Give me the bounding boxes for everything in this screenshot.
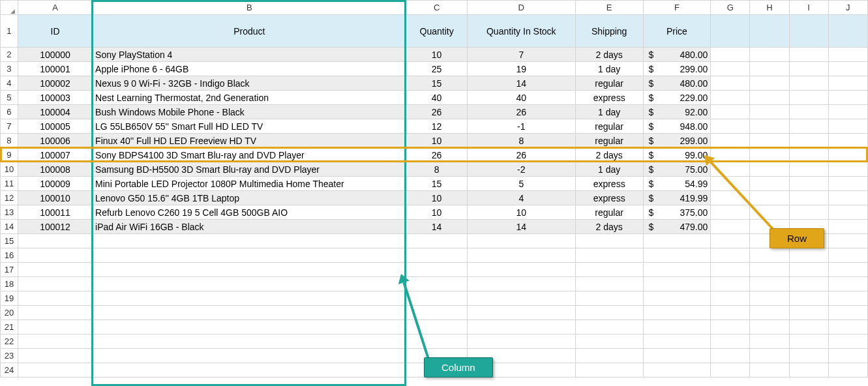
cell-B17[interactable] (93, 263, 406, 277)
cell-D4[interactable]: 14 (467, 76, 575, 91)
cell-F4[interactable]: $480.00 (643, 76, 711, 91)
row-header-22[interactable]: 22 (1, 334, 18, 349)
column-header-E[interactable]: E (575, 1, 643, 15)
cell-G10[interactable] (711, 162, 750, 177)
column-header-F[interactable]: F (643, 1, 711, 15)
cell-E13[interactable]: regular (575, 205, 643, 220)
cell-H21[interactable] (750, 320, 789, 334)
cell-B24[interactable] (93, 363, 406, 378)
cell-I2[interactable] (789, 48, 828, 62)
cell-C11[interactable]: 15 (406, 177, 467, 191)
column-header-G[interactable]: G (711, 1, 750, 15)
cell-E18[interactable] (575, 277, 643, 291)
cell-D13[interactable]: 10 (467, 205, 575, 220)
cell-D9[interactable]: 26 (467, 148, 575, 162)
cell-A18[interactable] (18, 277, 92, 291)
cell-A2[interactable]: 100000 (18, 48, 92, 62)
cell-B7[interactable]: LG 55LB650V 55'' Smart Full HD LED TV (93, 119, 406, 134)
cell-F1[interactable]: Price (643, 15, 711, 48)
cell-C8[interactable]: 10 (406, 134, 467, 148)
row-header-2[interactable]: 2 (1, 48, 18, 62)
cell-E1[interactable]: Shipping (575, 15, 643, 48)
cell-H6[interactable] (750, 105, 789, 119)
cell-H24[interactable] (750, 363, 789, 378)
cell-D5[interactable]: 40 (467, 91, 575, 105)
cell-B19[interactable] (93, 291, 406, 306)
cell-B9[interactable]: Sony BDPS4100 3D Smart Blu-ray and DVD P… (93, 148, 406, 162)
cell-I3[interactable] (789, 62, 828, 76)
cell-F7[interactable]: $948.00 (643, 119, 711, 134)
cell-J11[interactable] (828, 177, 867, 191)
cell-J7[interactable] (828, 119, 867, 134)
cell-C12[interactable]: 10 (406, 191, 467, 205)
cell-G2[interactable] (711, 48, 750, 62)
cell-C16[interactable] (406, 248, 467, 263)
cell-E22[interactable] (575, 334, 643, 349)
cell-B6[interactable]: Bush Windows Mobile Phone - Black (93, 105, 406, 119)
cell-E21[interactable] (575, 320, 643, 334)
cell-D18[interactable] (467, 277, 575, 291)
cell-A10[interactable]: 100008 (18, 162, 92, 177)
row-header-5[interactable]: 5 (1, 91, 18, 105)
cell-I6[interactable] (789, 105, 828, 119)
cell-C6[interactable]: 26 (406, 105, 467, 119)
cell-E6[interactable]: 1 day (575, 105, 643, 119)
cell-B2[interactable]: Sony PlayStation 4 (93, 48, 406, 62)
cell-F14[interactable]: $479.00 (643, 220, 711, 234)
cell-I22[interactable] (789, 334, 828, 349)
cell-D6[interactable]: 26 (467, 105, 575, 119)
cell-I12[interactable] (789, 191, 828, 205)
cell-B22[interactable] (93, 334, 406, 349)
column-header-C[interactable]: C (406, 1, 467, 15)
cell-H19[interactable] (750, 291, 789, 306)
cell-J13[interactable] (828, 205, 867, 220)
cell-F18[interactable] (643, 277, 711, 291)
cell-H13[interactable] (750, 205, 789, 220)
row-header-3[interactable]: 3 (1, 62, 18, 76)
cell-C20[interactable] (406, 306, 467, 320)
cell-G16[interactable] (711, 248, 750, 263)
cell-B10[interactable]: Samsung BD-H5500 3D Smart Blu-ray and DV… (93, 162, 406, 177)
cell-G22[interactable] (711, 334, 750, 349)
cell-G5[interactable] (711, 91, 750, 105)
cell-D22[interactable] (467, 334, 575, 349)
cell-F6[interactable]: $92.00 (643, 105, 711, 119)
cell-C4[interactable]: 15 (406, 76, 467, 91)
cell-G7[interactable] (711, 119, 750, 134)
cell-E5[interactable]: express (575, 91, 643, 105)
cell-I5[interactable] (789, 91, 828, 105)
cell-J9[interactable] (828, 148, 867, 162)
row-header-24[interactable]: 24 (1, 363, 18, 378)
cell-E24[interactable] (575, 363, 643, 378)
cell-F21[interactable] (643, 320, 711, 334)
cell-J20[interactable] (828, 306, 867, 320)
cell-D21[interactable] (467, 320, 575, 334)
cell-J19[interactable] (828, 291, 867, 306)
cell-C15[interactable] (406, 234, 467, 248)
cell-A3[interactable]: 100001 (18, 62, 92, 76)
cell-F13[interactable]: $375.00 (643, 205, 711, 220)
cell-E16[interactable] (575, 248, 643, 263)
cell-A11[interactable]: 100009 (18, 177, 92, 191)
cell-H10[interactable] (750, 162, 789, 177)
select-all-corner[interactable]: ◢ (1, 1, 18, 15)
cell-I4[interactable] (789, 76, 828, 91)
row-header-9[interactable]: 9 (1, 148, 18, 162)
cell-G15[interactable] (711, 234, 750, 248)
cell-F11[interactable]: $54.99 (643, 177, 711, 191)
cell-D20[interactable] (467, 306, 575, 320)
cell-B4[interactable]: Nexus 9 0 Wi-Fi - 32GB - Indigo Black (93, 76, 406, 91)
cell-F20[interactable] (643, 306, 711, 320)
cell-A4[interactable]: 100002 (18, 76, 92, 91)
cell-H11[interactable] (750, 177, 789, 191)
cell-J23[interactable] (828, 349, 867, 363)
cell-J18[interactable] (828, 277, 867, 291)
cell-B15[interactable] (93, 234, 406, 248)
cell-D19[interactable] (467, 291, 575, 306)
cell-B1[interactable]: Product (93, 15, 406, 48)
cell-J22[interactable] (828, 334, 867, 349)
row-header-17[interactable]: 17 (1, 263, 18, 277)
cell-A22[interactable] (18, 334, 92, 349)
cell-A23[interactable] (18, 349, 92, 363)
cell-H20[interactable] (750, 306, 789, 320)
